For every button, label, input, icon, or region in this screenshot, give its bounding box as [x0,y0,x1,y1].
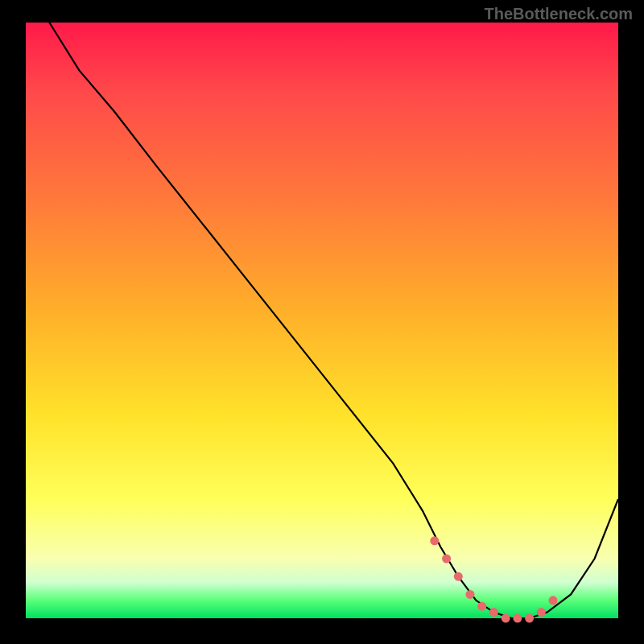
chart-gradient-area [26,23,618,618]
marker-dot [549,596,558,605]
watermark-text: TheBottleneck.com [485,5,633,23]
marker-dot [489,608,498,617]
chart-svg [26,23,618,618]
marker-dot [502,614,510,623]
marker-dot [513,614,522,623]
marker-dot [537,608,546,617]
marker-dot [454,572,463,581]
marker-dot [525,614,534,623]
marker-group [430,536,557,622]
marker-dot [477,602,486,611]
marker-dot [430,536,439,545]
marker-dot [442,555,451,564]
marker-dot [466,590,475,599]
bottleneck-curve [26,0,618,618]
